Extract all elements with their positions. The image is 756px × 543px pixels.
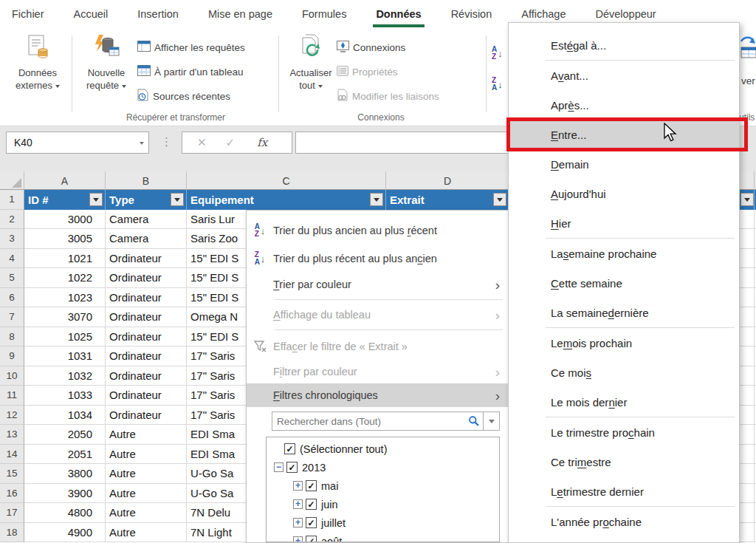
- cell[interactable]: Autre: [106, 425, 187, 445]
- actualiser-tout-button[interactable]: Actualiser tout: [284, 34, 338, 114]
- tree-item-sélectionner-tout[interactable]: ✓(Sélectionner tout): [267, 440, 499, 458]
- search-input[interactable]: [272, 416, 468, 427]
- menu-item-filtres-chronologiques[interactable]: Filtres chronologiques›: [247, 383, 509, 407]
- row-header[interactable]: 12: [0, 406, 24, 426]
- tree-item-juillet[interactable]: +✓juillet: [267, 513, 499, 532]
- filter-button[interactable]: [370, 193, 383, 206]
- tab-formules[interactable]: Formules: [300, 4, 348, 26]
- cell[interactable]: 1032: [24, 366, 106, 386]
- checkbox-checked[interactable]: ✓: [306, 480, 317, 491]
- menu-item-trier-du-plus-récent-au-plus-ancien[interactable]: ZA↓Trier du plus récent au plus ancien: [247, 245, 509, 273]
- cell[interactable]: 1031: [24, 346, 106, 366]
- date-filter-l-année-prochaine[interactable]: L'année prochaine: [509, 507, 739, 536]
- menu-item-filtrer-par-couleur[interactable]: Filtrer par couleur›: [247, 360, 509, 383]
- row-header[interactable]: 4: [0, 249, 24, 269]
- cell[interactable]: 1022: [24, 268, 106, 288]
- row-header[interactable]: 11: [0, 386, 24, 406]
- search-dropdown-button[interactable]: [484, 412, 499, 430]
- tab-insertion[interactable]: Insertion: [136, 4, 180, 26]
- sources-recentes-button[interactable]: Sources récentes: [137, 87, 230, 105]
- date-filter-avant[interactable]: Avant...: [509, 61, 739, 90]
- date-filter-ce-trimestre[interactable]: Ce trimestre: [509, 447, 739, 477]
- confirm-icon[interactable]: ✓: [226, 136, 236, 149]
- cell[interactable]: 3900: [24, 484, 106, 504]
- cell[interactable]: Ordinateur: [106, 249, 187, 269]
- tree-item-2013[interactable]: −✓2013: [267, 458, 499, 477]
- cell[interactable]: Ordinateur: [106, 327, 187, 347]
- cell[interactable]: 1033: [24, 386, 106, 406]
- cell[interactable]: Ordinateur: [106, 346, 187, 366]
- column-header-C[interactable]: C: [187, 171, 386, 190]
- a-partir-tableau-button[interactable]: À partir d'un tableau: [137, 63, 243, 81]
- expand-icon[interactable]: +: [293, 499, 303, 509]
- menu-item-effacer-le-filtre-de-extrait[interactable]: Effacer le filtre de « Extrait »: [247, 333, 509, 360]
- date-filter-hier[interactable]: Hier: [509, 208, 739, 238]
- row-header[interactable]: 5: [0, 268, 24, 288]
- checkbox-checked[interactable]: ✓: [306, 536, 317, 542]
- formula-bar-handle[interactable]: ⋮: [161, 135, 172, 148]
- cell[interactable]: Camera: [106, 229, 187, 249]
- row-header[interactable]: 3: [0, 229, 24, 249]
- filter-button[interactable]: [89, 193, 103, 206]
- cell[interactable]: Autre: [106, 484, 187, 504]
- tree-item-août[interactable]: +✓août: [267, 532, 499, 542]
- checkbox-checked[interactable]: ✓: [306, 499, 317, 510]
- checkbox-checked[interactable]: ✓: [306, 517, 317, 528]
- cell[interactable]: Camera: [106, 210, 187, 230]
- cell[interactable]: Autre: [106, 503, 187, 523]
- cell[interactable]: 3005: [24, 229, 106, 249]
- row-header[interactable]: 14: [0, 445, 24, 465]
- column-header-D[interactable]: D: [386, 171, 509, 190]
- donnees-externes-button[interactable]: Données externes: [6, 34, 69, 114]
- tree-item-mai[interactable]: +✓mai: [267, 477, 499, 495]
- collapse-icon[interactable]: −: [274, 462, 284, 472]
- cell[interactable]: Ordinateur: [106, 406, 187, 426]
- cancel-icon[interactable]: ✕: [197, 136, 207, 149]
- row-header[interactable]: 15: [0, 464, 24, 484]
- row-header[interactable]: 17: [0, 503, 24, 523]
- proprietes-button[interactable]: Propriétés: [337, 63, 398, 81]
- cell[interactable]: Autre: [106, 445, 187, 465]
- row-header[interactable]: 9: [0, 346, 24, 366]
- name-box-arrow-icon[interactable]: [140, 142, 144, 145]
- date-filter-ce-mois[interactable]: Ce mois: [509, 358, 739, 387]
- date-filter-le-mois-prochain[interactable]: Le mois prochain: [509, 328, 739, 358]
- cell[interactable]: 1021: [24, 249, 106, 269]
- menu-item-trier-par-couleur[interactable]: Trier par couleur›: [247, 273, 509, 296]
- cell[interactable]: Ordinateur: [106, 268, 187, 288]
- afficher-requetes-button[interactable]: Afficher les requêtes: [137, 38, 245, 56]
- cell[interactable]: Ordinateur: [106, 386, 187, 406]
- row-header[interactable]: 6: [0, 288, 24, 308]
- column-header-A[interactable]: A: [24, 171, 106, 190]
- date-filter-la-semaine-dernière[interactable]: La semaine dernière: [509, 298, 739, 327]
- cell[interactable]: 3000: [24, 210, 106, 230]
- row-header[interactable]: 13: [0, 425, 24, 445]
- row-header[interactable]: 2: [0, 210, 24, 230]
- tab-mise-en-page[interactable]: Mise en page: [207, 4, 274, 26]
- filter-button[interactable]: [493, 193, 506, 206]
- cell[interactable]: Ordinateur: [106, 307, 187, 327]
- date-filter-est-égal-à[interactable]: Est égal à...: [509, 30, 739, 60]
- date-filter-aujourd-hui[interactable]: Aujourd'hui: [509, 179, 739, 208]
- cell[interactable]: Ordinateur: [106, 288, 187, 308]
- checkbox-checked[interactable]: ✓: [286, 462, 298, 473]
- cell[interactable]: 2050: [24, 425, 106, 445]
- cell[interactable]: 4900: [24, 523, 106, 543]
- row-header[interactable]: 10: [0, 366, 24, 386]
- cell[interactable]: 1025: [24, 327, 106, 347]
- select-all-corner[interactable]: [0, 171, 24, 190]
- tab-accueil[interactable]: Accueil: [72, 4, 110, 26]
- column-header-B[interactable]: B: [106, 171, 187, 190]
- filter-button[interactable]: [171, 193, 184, 206]
- date-filter-le-trimestre-prochain[interactable]: Le trimestre prochain: [509, 417, 739, 447]
- date-filter-après[interactable]: Après...: [509, 90, 739, 120]
- cell[interactable]: Autre: [106, 523, 187, 543]
- cell[interactable]: 1023: [24, 288, 106, 308]
- cell[interactable]: 4800: [24, 503, 106, 523]
- row-header[interactable]: 8: [0, 327, 24, 347]
- date-filter-cette-semaine[interactable]: Cette semaine: [509, 268, 739, 298]
- date-filter-la-semaine-prochaine[interactable]: La semaine prochaine: [509, 239, 739, 268]
- insert-function-icon[interactable]: fx: [257, 136, 267, 149]
- tab-données[interactable]: Données: [374, 4, 422, 26]
- date-filter-demain[interactable]: Demain: [509, 149, 739, 179]
